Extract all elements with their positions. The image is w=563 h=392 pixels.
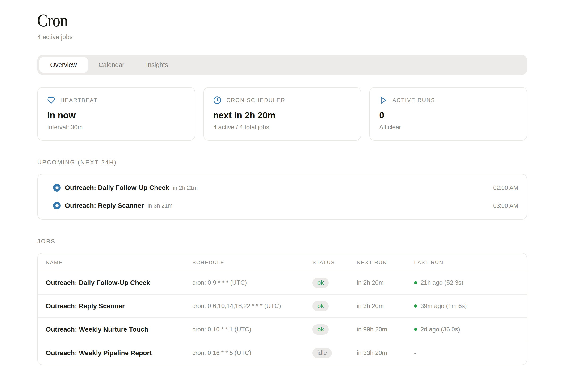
- jobs-table: NAME SCHEDULE STATUS NEXT RUN LAST RUN O…: [37, 253, 527, 365]
- status-badge: idle: [312, 348, 332, 358]
- stat-subtext: 4 active / 4 total jobs: [213, 124, 351, 131]
- stat-card-active-runs-header: ACTIVE RUNS: [379, 96, 517, 104]
- job-name: Outreach: Daily Follow-Up Check: [46, 279, 192, 287]
- job-next-run: in 33h 20m: [357, 349, 414, 357]
- upcoming-job-name: Outreach: Daily Follow-Up Check: [65, 184, 169, 191]
- page-subtitle: 4 active jobs: [37, 34, 527, 41]
- success-dot-icon: [414, 281, 417, 284]
- stat-value: next in 2h 20m: [213, 110, 351, 121]
- upcoming-section-heading: UPCOMING (NEXT 24H): [37, 159, 527, 166]
- job-name: Outreach: Reply Scanner: [46, 302, 192, 310]
- column-header-last-run: LAST RUN: [414, 259, 518, 266]
- job-name: Outreach: Weekly Pipeline Report: [46, 349, 192, 357]
- tab-insights[interactable]: Insights: [135, 57, 179, 73]
- tab-bar: Overview Calendar Insights: [37, 55, 527, 75]
- job-last-run: -: [414, 349, 518, 357]
- table-row[interactable]: Outreach: Weekly Pipeline Report cron: 0…: [38, 341, 527, 365]
- table-row[interactable]: Outreach: Reply Scanner cron: 0 6,10,14,…: [38, 295, 527, 318]
- job-status-cell: ok: [312, 301, 357, 311]
- table-row[interactable]: Outreach: Weekly Nurture Touch cron: 0 1…: [38, 318, 527, 341]
- jobs-section-heading: JOBS: [37, 238, 527, 245]
- stat-subtext: All clear: [379, 124, 517, 131]
- upcoming-job-time: 03:00 AM: [493, 202, 518, 209]
- upcoming-item[interactable]: Outreach: Reply Scanner in 3h 21m 03:00 …: [53, 197, 518, 215]
- stat-label: CRON SCHEDULER: [227, 97, 285, 103]
- table-row[interactable]: Outreach: Daily Follow-Up Check cron: 0 …: [38, 271, 527, 295]
- upcoming-job-eta: in 2h 21m: [173, 184, 198, 191]
- clock-icon: [213, 96, 221, 104]
- job-schedule: cron: 0 16 * * 5 (UTC): [192, 349, 312, 357]
- stats-grid: HEARTBEAT in now Interval: 30m CRON SCHE…: [37, 87, 527, 140]
- page-title: Cron: [37, 11, 68, 29]
- stat-value: in now: [47, 110, 185, 121]
- job-next-run: in 3h 20m: [357, 302, 414, 310]
- heart-icon: [47, 96, 55, 104]
- status-badge: ok: [312, 301, 329, 311]
- upcoming-bullet-icon: [53, 184, 61, 191]
- job-last-run: 2d ago (36.0s): [414, 326, 518, 333]
- job-status-cell: ok: [312, 278, 357, 288]
- column-header-next-run: NEXT RUN: [357, 259, 414, 266]
- column-header-name: NAME: [46, 259, 192, 266]
- job-status-cell: idle: [312, 348, 357, 358]
- stat-card-active-runs: ACTIVE RUNS 0 All clear: [369, 87, 527, 140]
- stat-card-cron-scheduler-header: CRON SCHEDULER: [213, 96, 351, 104]
- upcoming-bullet-hole: [55, 186, 59, 190]
- job-last-run-text: 21h ago (52.3s): [421, 279, 463, 286]
- job-last-run-text: 39m ago (1m 6s): [421, 302, 467, 310]
- job-schedule: cron: 0 6,10,14,18,22 * * * (UTC): [192, 302, 312, 310]
- job-last-run-text: -: [414, 349, 416, 357]
- stat-card-cron-scheduler: CRON SCHEDULER next in 2h 20m 4 active /…: [203, 87, 361, 140]
- jobs-table-header-row: NAME SCHEDULE STATUS NEXT RUN LAST RUN: [38, 253, 527, 271]
- job-schedule: cron: 0 9 * * * (UTC): [192, 279, 312, 286]
- job-next-run: in 2h 20m: [357, 279, 414, 286]
- upcoming-job-eta: in 3h 21m: [148, 202, 172, 209]
- job-name: Outreach: Weekly Nurture Touch: [46, 326, 192, 333]
- upcoming-job-name: Outreach: Reply Scanner: [65, 202, 144, 209]
- job-last-run: 21h ago (52.3s): [414, 279, 518, 286]
- job-last-run-text: 2d ago (36.0s): [421, 326, 460, 333]
- upcoming-bullet-hole: [55, 204, 59, 207]
- cron-dashboard-page: Cron 4 active jobs Overview Calendar Ins…: [0, 0, 563, 379]
- upcoming-item[interactable]: Outreach: Daily Follow-Up Check in 2h 21…: [53, 179, 518, 197]
- stat-value: 0: [379, 110, 517, 121]
- job-status-cell: ok: [312, 324, 357, 335]
- success-dot-icon: [414, 328, 417, 331]
- stat-label: ACTIVE RUNS: [392, 97, 435, 103]
- tab-overview[interactable]: Overview: [39, 57, 88, 73]
- play-icon: [379, 96, 387, 104]
- stat-label: HEARTBEAT: [60, 97, 98, 103]
- status-badge: ok: [312, 324, 329, 335]
- upcoming-list: Outreach: Daily Follow-Up Check in 2h 21…: [53, 179, 518, 215]
- upcoming-bullet-icon: [53, 202, 61, 209]
- success-dot-icon: [414, 304, 417, 308]
- job-schedule: cron: 0 10 * * 1 (UTC): [192, 326, 312, 333]
- upcoming-job-time: 02:00 AM: [493, 184, 518, 191]
- job-last-run: 39m ago (1m 6s): [414, 302, 518, 310]
- column-header-schedule: SCHEDULE: [192, 259, 312, 266]
- status-badge: ok: [312, 278, 329, 288]
- tab-calendar[interactable]: Calendar: [88, 57, 135, 73]
- stat-card-heartbeat: HEARTBEAT in now Interval: 30m: [37, 87, 195, 140]
- job-next-run: in 99h 20m: [357, 326, 414, 333]
- column-header-status: STATUS: [312, 259, 357, 266]
- stat-card-heartbeat-header: HEARTBEAT: [47, 96, 185, 104]
- upcoming-card: Outreach: Daily Follow-Up Check in 2h 21…: [37, 174, 527, 220]
- stat-subtext: Interval: 30m: [47, 124, 185, 131]
